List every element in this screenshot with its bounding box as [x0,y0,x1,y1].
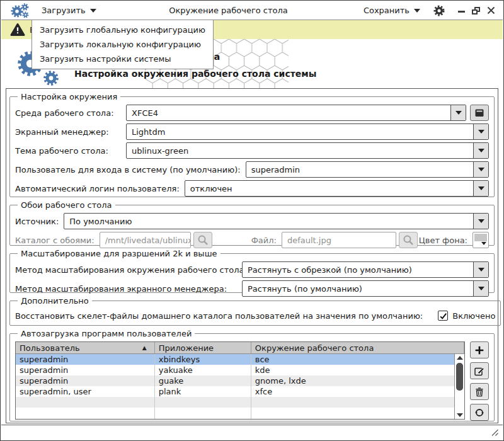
dropdown-button[interactable] [473,124,488,139]
section-additional: Дополнительно Восстановить скелет-файлы … [9,296,501,326]
delete-entry-button[interactable] [470,383,489,400]
desktop-scaling-method-select[interactable]: Растянуть с обрезкой (по умолчанию) [242,261,489,278]
autostart-table: Пользователь ▲ Приложение Окружение рабо… [15,341,465,420]
dropdown-button[interactable] [450,105,466,120]
table-vertical-scrollbar[interactable] [454,354,464,419]
dm-scaling-method-label: Метод масштабирования экранного менеджер… [15,284,237,294]
maximize-button[interactable] [472,7,480,14]
chevron-down-icon [478,186,484,190]
section-environment-legend: Настройка окружения [18,92,120,101]
menubar: Загрузить Окружение рабочего стола Сохра… [1,1,503,20]
dropdown-button[interactable] [473,214,488,229]
wallpaper-file-browse-button[interactable] [399,232,418,248]
dropdown-button[interactable] [473,262,488,277]
chevron-down-icon [414,9,420,13]
menu-save[interactable]: Сохранить [361,3,423,18]
table-row[interactable]: superadmin, user plank xfce [16,386,464,397]
status-bar [1,425,503,440]
settings-gear-button[interactable] [433,4,445,17]
wallpaper-file-input[interactable]: default.jpg [282,232,396,248]
desktop-env-value: XFCE4 [127,105,450,120]
auto-login-select[interactable]: отключен [185,180,489,197]
check-icon [439,312,447,320]
scroll-up-arrow-icon[interactable] [457,356,463,360]
dropdown-button[interactable] [473,281,488,296]
dropdown-button[interactable] [473,143,488,158]
menu-save-label: Сохранить [364,6,410,15]
column-header-app[interactable]: Приложение [155,342,251,354]
wallpaper-source-select[interactable]: По умолчанию [64,213,489,229]
edit-entry-button[interactable] [470,362,489,379]
chevron-down-icon [478,149,484,152]
resize-grip[interactable] [491,428,499,437]
table-row-empty [16,418,464,420]
dm-scaling-method-select[interactable]: Растянуть (по умолчанию) [242,280,489,297]
default-login-user-select[interactable]: superadmin [246,161,489,178]
default-login-user-value: superadmin [246,162,473,177]
minimize-button[interactable] [458,11,465,13]
section-additional-legend: Дополнительно [18,296,92,306]
bg-color-picker-button[interactable] [472,232,489,248]
chevron-down-icon [478,130,484,134]
package-box-icon [474,107,485,118]
menu-load[interactable]: Загрузить [39,3,99,18]
menu-item-load-system[interactable]: Загрузить настройки системы [32,52,213,66]
display-manager-value: Lightdm [127,124,473,139]
load-dropdown-menu: Загрузить глобальную конфигурацию Загруз… [32,20,214,69]
table-row-empty [16,397,464,408]
desktop-env-select[interactable]: XFCE4 [126,105,466,121]
content-frame: Настройка окружения Среда рабочего стола… [6,88,498,423]
scrollbar-thumb[interactable] [456,363,463,391]
desktop-scaling-method-value: Растянуть с обрезкой (по умолчанию) [243,262,473,277]
menu-item-load-global[interactable]: Загрузить глобальную конфигурацию [32,23,213,37]
chevron-down-icon [478,219,484,223]
chevron-down-icon [478,168,484,171]
menu-load-label: Загрузить [42,6,86,15]
restore-skel-label: Восстановить скелет-файлы домашнего ката… [15,311,423,321]
chevron-down-icon [481,242,486,245]
edit-pencil-icon [474,365,485,377]
refresh-button[interactable] [470,404,489,421]
section-wallpaper-legend: Обои рабочего стола [18,200,115,210]
window-controls [458,6,495,14]
header-subtitle: Настройка окружения рабочего стола систе… [74,67,316,80]
desktop-env-label: Среда рабочего стола: [15,108,121,118]
column-header-user[interactable]: Пользователь ▲ [16,342,155,354]
restore-skel-checkbox[interactable] [438,311,448,321]
column-header-env[interactable]: Окружение рабочего стола [251,342,464,354]
close-button[interactable] [487,6,495,14]
warning-icon [10,23,25,37]
section-autostart-legend: Автозагрузка программ пользователей [18,329,195,338]
auto-login-label: Автоматический логин пользователя: [15,184,180,193]
display-manager-select[interactable]: Lightdm [126,123,489,140]
table-row[interactable]: superadmin yakuake kde [16,365,464,375]
table-row-empty [16,408,464,418]
scroll-down-arrow-icon[interactable] [457,413,463,417]
table-header-row: Пользователь ▲ Приложение Окружение рабо… [16,342,464,354]
search-icon [402,234,415,246]
table-row[interactable]: superadmin guake gnome, lxde [16,375,464,386]
chevron-down-icon [478,268,484,272]
display-manager-label: Экранный менеджер: [15,127,121,137]
desktop-env-extra-button[interactable] [470,105,489,121]
chevron-down-icon [455,111,462,115]
section-autostart: Автозагрузка программ пользователей Поль… [9,329,495,421]
dropdown-button[interactable] [473,181,488,196]
section-scaling: Масштабирование для разршений 2k и выше … [9,249,495,293]
app-gears-icon [9,3,30,19]
menu-item-load-local[interactable]: Загрузить локальную конфигурацию [32,37,213,52]
desktop-scaling-method-label: Метод масштабирования окружения рабочего… [15,265,237,275]
wallpaper-source-value: По умолчанию [64,214,473,229]
desktop-theme-select[interactable]: ublinux-green [126,142,489,159]
wallpaper-file-label: Файл: [251,236,277,245]
chevron-down-icon [90,9,96,13]
refresh-icon [474,407,485,418]
wallpaper-dir-input[interactable]: /mnt/livedata/ublinux-data/b [100,232,191,248]
dropdown-button[interactable] [473,162,488,177]
table-row[interactable]: superadmin xbindkeys все [16,354,464,365]
search-icon [197,234,209,246]
wallpaper-dir-browse-button[interactable] [193,232,212,248]
color-swatch [474,234,487,241]
section-environment: Настройка окружения Среда рабочего стола… [9,92,495,197]
add-entry-button[interactable] [470,341,489,358]
